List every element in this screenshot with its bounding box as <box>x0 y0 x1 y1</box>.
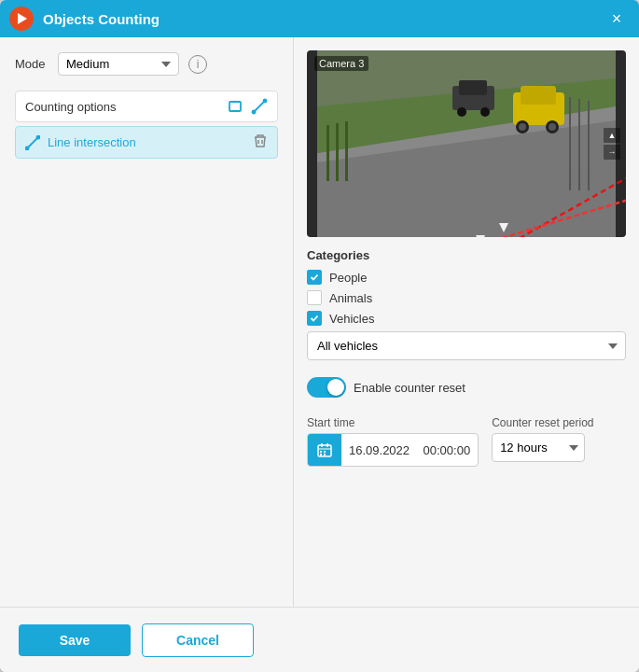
dialog: Objects Counting × Mode Medium Low High … <box>0 0 639 672</box>
svg-point-25 <box>549 123 556 131</box>
counting-options-icons <box>227 98 268 115</box>
toggle-check-icon <box>329 380 342 393</box>
svg-rect-18 <box>578 99 580 190</box>
svg-point-28 <box>457 107 466 117</box>
svg-point-29 <box>480 107 490 117</box>
svg-rect-19 <box>588 101 590 190</box>
cancel-button[interactable]: Cancel <box>142 623 254 657</box>
trash-icon <box>253 133 268 148</box>
vehicles-checkbox-row: Vehicles <box>307 311 626 326</box>
vehicles-type-select[interactable]: All vehicles Cars Trucks Motorcycles Bus… <box>307 331 626 360</box>
svg-rect-43 <box>320 454 322 455</box>
svg-rect-21 <box>521 86 556 105</box>
svg-line-5 <box>27 137 38 148</box>
camera-scene-svg <box>307 50 626 237</box>
play-icon <box>15 12 28 25</box>
svg-point-4 <box>264 100 267 103</box>
svg-rect-41 <box>320 451 322 453</box>
mode-select[interactable]: Medium Low High <box>58 52 179 76</box>
rect-draw-icon[interactable] <box>227 98 243 115</box>
categories-section: Categories People Animals Vehicles <box>307 248 626 366</box>
reset-period-group: Counter reset period 12 hours 1 hour 2 h… <box>492 416 593 462</box>
line-intersection-left: Line intersection <box>25 135 136 150</box>
reset-period-select[interactable]: 12 hours 1 hour 2 hours 6 hours 24 hours <box>492 433 585 462</box>
svg-rect-15 <box>336 123 339 181</box>
svg-marker-36 <box>476 235 485 237</box>
svg-rect-44 <box>324 454 326 455</box>
time-section: Start time <box>307 416 626 467</box>
line-intersection-icon <box>25 135 40 150</box>
svg-rect-42 <box>324 451 326 453</box>
nav-arrow-up[interactable]: ▲ <box>604 128 620 143</box>
info-icon[interactable]: i <box>188 55 207 74</box>
line-intersection-label: Line intersection <box>48 135 136 149</box>
counter-reset-toggle[interactable] <box>307 377 346 398</box>
camera-nav-arrows: ▲ → <box>604 128 620 160</box>
left-panel: Mode Medium Low High i Counting options <box>0 37 294 607</box>
calendar-icon <box>316 441 333 458</box>
calendar-button[interactable] <box>308 434 341 466</box>
counting-options-row: Counting options <box>15 91 278 122</box>
start-date-value: 16.09.2022 00:00:00 <box>341 438 478 463</box>
svg-point-23 <box>519 123 526 131</box>
app-icon <box>9 7 34 31</box>
svg-marker-0 <box>18 13 27 24</box>
main-content: Mode Medium Low High i Counting options <box>0 37 639 607</box>
people-label: People <box>329 271 367 285</box>
start-time-label: Start time <box>307 416 479 429</box>
enable-counter-reset-row: Enable counter reset <box>307 377 626 398</box>
people-checkbox[interactable] <box>307 270 322 285</box>
counting-options-label: Counting options <box>25 100 117 114</box>
svg-rect-16 <box>345 121 348 181</box>
footer: Save Cancel <box>0 607 639 672</box>
svg-rect-17 <box>569 97 571 190</box>
categories-title: Categories <box>307 248 626 262</box>
vehicles-checkbox[interactable] <box>307 311 322 326</box>
close-button[interactable]: × <box>604 6 630 32</box>
mode-label: Mode <box>15 57 49 71</box>
dialog-title: Objects Counting <box>43 11 604 27</box>
svg-rect-27 <box>459 80 487 95</box>
reset-period-label: Counter reset period <box>492 416 593 429</box>
mode-row: Mode Medium Low High i <box>15 52 278 76</box>
camera-label: Camera 3 <box>314 56 368 71</box>
line-draw-icon[interactable] <box>251 98 268 115</box>
vehicles-label: Vehicles <box>329 312 374 326</box>
counter-reset-label: Enable counter reset <box>354 381 465 395</box>
save-button[interactable]: Save <box>19 624 131 656</box>
nav-arrow-right[interactable]: → <box>604 145 620 160</box>
animals-label: Animals <box>329 291 372 305</box>
start-time-input: 16.09.2022 00:00:00 <box>307 433 479 467</box>
people-checkbox-row: People <box>307 270 626 285</box>
svg-point-3 <box>253 111 256 114</box>
svg-point-6 <box>26 147 29 149</box>
titlebar: Objects Counting × <box>0 0 639 37</box>
delete-line-intersection-button[interactable] <box>253 133 268 151</box>
right-panel: Camera 3 <box>294 37 639 607</box>
start-time-group: Start time <box>307 416 479 467</box>
svg-point-7 <box>37 135 40 138</box>
animals-checkbox-row: Animals <box>307 290 626 305</box>
animals-checkbox[interactable] <box>307 290 322 305</box>
camera-view: Camera 3 <box>307 50 626 237</box>
svg-rect-1 <box>229 102 241 111</box>
svg-line-2 <box>254 101 265 112</box>
svg-rect-14 <box>326 125 329 181</box>
line-intersection-row[interactable]: Line intersection <box>15 126 278 159</box>
